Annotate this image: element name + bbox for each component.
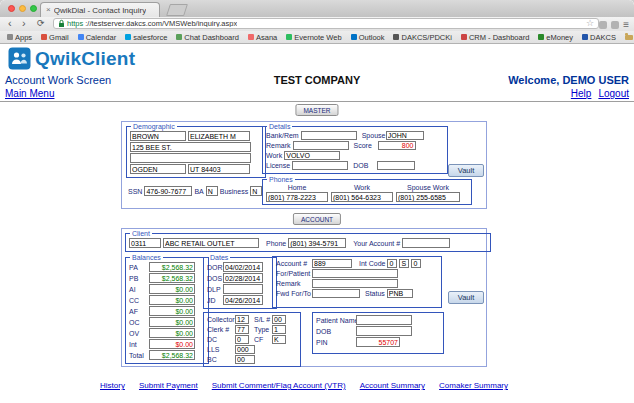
browser-tab[interactable]: × QwikDial - Contact Inquiry — [40, 2, 160, 17]
vault-button-account[interactable]: Vault — [448, 291, 484, 304]
bank-rem-input[interactable] — [301, 131, 357, 140]
balance-label: OV — [129, 330, 147, 337]
status-input[interactable] — [387, 289, 413, 298]
int-code-input-2[interactable] — [399, 259, 409, 268]
ssn-input[interactable] — [144, 186, 192, 196]
first-name-input[interactable] — [188, 131, 250, 141]
patient-dob-input[interactable] — [356, 326, 412, 336]
bookmark-item[interactable]: Evernote Web — [286, 33, 341, 42]
last-name-input[interactable] — [130, 131, 186, 141]
balance-input[interactable] — [149, 339, 195, 349]
dc-input[interactable] — [235, 335, 249, 344]
extension-icon[interactable] — [611, 21, 619, 29]
zoom-window-button[interactable] — [30, 5, 37, 12]
balance-input[interactable] — [149, 328, 195, 338]
new-tab-button[interactable] — [166, 4, 188, 16]
balance-input[interactable] — [149, 262, 195, 272]
business-input[interactable] — [250, 186, 262, 196]
lls-input[interactable] — [235, 345, 255, 354]
toolbar-right: ≡ — [599, 19, 629, 30]
balance-row: AI — [129, 284, 205, 294]
client-name-input[interactable] — [163, 238, 259, 248]
bookmark-item[interactable]: DAKCS — [582, 33, 616, 42]
remark-input[interactable] — [293, 141, 349, 150]
bookmark-item[interactable]: Chat Dashboard — [176, 33, 239, 42]
comaker-summary-link[interactable]: Comaker Summary — [439, 381, 508, 390]
city-input[interactable] — [130, 164, 186, 174]
your-account-input[interactable] — [402, 238, 450, 248]
address-line1-input[interactable] — [130, 142, 251, 152]
fwd-input[interactable] — [312, 289, 360, 298]
extension-icon[interactable] — [599, 21, 607, 29]
account-section-button[interactable]: ACCOUNT — [293, 213, 341, 225]
chrome-menu-icon[interactable]: ≡ — [623, 20, 629, 30]
forward-icon[interactable]: › — [22, 17, 26, 31]
cf-input[interactable] — [272, 335, 286, 344]
balance-input[interactable] — [149, 295, 195, 305]
bookmark-item[interactable]: CRM - Dashboard — [461, 33, 529, 42]
balance-input[interactable] — [149, 284, 195, 294]
lock-icon — [58, 19, 65, 28]
minimize-window-button[interactable] — [19, 5, 26, 12]
state-zip-input[interactable] — [188, 164, 250, 174]
bookmark-item[interactable]: salesforce — [125, 33, 167, 42]
master-section-button[interactable]: MASTER — [295, 104, 338, 116]
submit-comment-link[interactable]: Submit Comment/Flag Account (VTR) — [212, 381, 346, 390]
work-phone-input[interactable] — [331, 192, 393, 202]
spouse-input[interactable] — [386, 131, 424, 140]
logout-link[interactable]: Logout — [598, 88, 629, 99]
home-phone-input[interactable] — [266, 192, 328, 202]
bookmark-item[interactable]: Apps — [7, 33, 32, 42]
date-input[interactable] — [223, 295, 263, 305]
client-phone-input[interactable] — [288, 238, 346, 248]
collector-input[interactable] — [235, 315, 249, 324]
sl-input[interactable] — [272, 315, 286, 324]
bookmark-item[interactable]: eMoney — [538, 33, 573, 42]
bookmark-item[interactable]: Outlook — [351, 33, 385, 42]
ba-label: BA — [194, 188, 203, 195]
bookmark-star-icon[interactable]: ☆ — [586, 19, 594, 28]
int-code-input-1[interactable] — [387, 259, 397, 268]
bookmark-item[interactable]: Calendar — [78, 33, 116, 42]
close-window-button[interactable] — [8, 5, 15, 12]
type-input[interactable] — [272, 325, 286, 334]
date-input[interactable] — [223, 262, 263, 272]
bookmark-item[interactable]: Gmail — [41, 33, 69, 42]
back-icon[interactable]: ‹ — [8, 17, 12, 31]
address-bar[interactable]: https ://testserver.dakcs.com/VMSWeb/inq… — [53, 18, 599, 29]
account-number-input[interactable] — [312, 259, 352, 268]
account-remark-input[interactable] — [312, 279, 398, 288]
date-input[interactable] — [223, 284, 263, 294]
submit-payment-link[interactable]: Submit Payment — [139, 381, 198, 390]
balance-input[interactable] — [149, 306, 195, 316]
reload-icon[interactable]: ⟳ — [37, 17, 45, 31]
license-input[interactable] — [292, 161, 348, 170]
pin-input[interactable] — [356, 337, 400, 347]
bc-input[interactable] — [235, 355, 255, 364]
score-input[interactable] — [378, 141, 416, 150]
client-number-input[interactable] — [129, 238, 161, 248]
for-patient-input[interactable] — [312, 269, 398, 278]
work-input[interactable] — [284, 151, 340, 160]
help-link[interactable]: Help — [571, 88, 592, 99]
main-menu-link[interactable]: Main Menu — [5, 88, 54, 99]
address-line2-input[interactable] — [130, 153, 251, 163]
balance-input[interactable] — [149, 317, 195, 327]
date-input[interactable] — [223, 273, 263, 283]
other-bookmarks-button[interactable]: Other Bookmarks — [625, 33, 634, 42]
dob-input[interactable] — [377, 161, 415, 170]
int-code-input-3[interactable] — [411, 259, 421, 268]
bookmark-item[interactable]: DAKCS/PDCKi — [393, 33, 451, 42]
history-link[interactable]: History — [100, 381, 125, 390]
account-summary-link[interactable]: Account Summary — [360, 381, 425, 390]
patient-name-input[interactable] — [356, 315, 412, 325]
tab-close-icon[interactable]: × — [46, 6, 51, 14]
balance-input[interactable] — [149, 350, 195, 360]
balance-input[interactable] — [149, 273, 195, 283]
bookmark-item[interactable]: Asana — [248, 33, 277, 42]
bookmark-favicon — [7, 34, 13, 40]
spouse-work-phone-input[interactable] — [396, 192, 460, 202]
score-label: Score — [354, 142, 376, 149]
clerk-input[interactable] — [235, 325, 249, 334]
ba-input[interactable] — [206, 186, 218, 196]
